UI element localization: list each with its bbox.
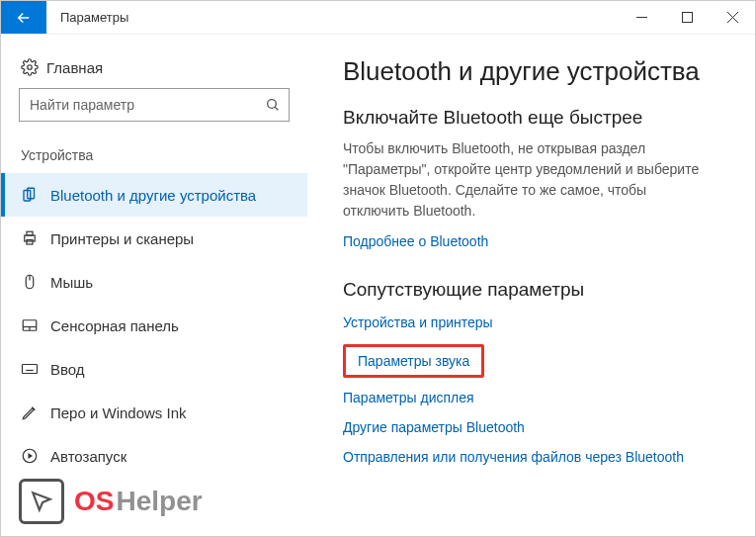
minimize-button[interactable] <box>619 1 664 35</box>
minimize-icon <box>636 12 647 23</box>
maximize-button[interactable] <box>664 1 710 35</box>
related-link-devices-printers[interactable]: Устройства и принтеры <box>343 314 493 330</box>
bluetooth-icon <box>21 186 50 204</box>
gear-icon <box>21 58 46 76</box>
sidebar-section-label: Устройства <box>1 147 307 173</box>
highlight-box: Параметры звука <box>343 344 484 378</box>
section-body: Чтобы включить Bluetooth, не открывая ра… <box>343 138 709 222</box>
sidebar-item-label: Перо и Windows Ink <box>50 404 187 421</box>
window-controls <box>619 1 755 34</box>
sidebar-item-autoplay[interactable]: Автозапуск <box>1 434 307 478</box>
sidebar-item-mouse[interactable]: Мышь <box>1 260 307 304</box>
maximize-icon <box>682 12 693 23</box>
section-subheading: Включайте Bluetooth еще быстрее <box>343 107 735 129</box>
pen-icon <box>21 403 50 421</box>
svg-line-6 <box>275 107 278 110</box>
related-link-more-bluetooth[interactable]: Другие параметры Bluetooth <box>343 419 525 435</box>
sidebar-item-printers[interactable]: Принтеры и сканеры <box>1 217 307 260</box>
home-nav[interactable]: Главная <box>1 52 307 88</box>
sidebar: Главная Устройства Bluetooth и другие ус… <box>1 35 307 536</box>
related-link-send-receive[interactable]: Отправления или получения файлов через B… <box>343 449 684 465</box>
svg-point-5 <box>268 100 277 109</box>
close-button[interactable] <box>710 1 755 35</box>
sidebar-item-label: Автозапуск <box>50 448 126 465</box>
page-heading: Bluetooth и другие устройства <box>343 56 735 87</box>
related-link-sound[interactable]: Параметры звука <box>358 353 469 369</box>
svg-rect-17 <box>23 365 38 374</box>
sidebar-item-bluetooth[interactable]: Bluetooth и другие устройства <box>1 173 307 217</box>
titlebar: Параметры <box>1 1 755 35</box>
printer-icon <box>21 229 50 247</box>
content: Главная Устройства Bluetooth и другие ус… <box>1 35 755 536</box>
svg-rect-9 <box>25 235 36 241</box>
home-label: Главная <box>46 59 103 76</box>
search-input[interactable] <box>30 97 255 113</box>
search-box[interactable] <box>19 88 290 122</box>
search-wrap <box>1 88 307 122</box>
svg-marker-24 <box>29 453 34 459</box>
related-heading: Сопутствующие параметры <box>343 279 735 301</box>
close-icon <box>727 12 738 23</box>
search-icon <box>265 97 281 113</box>
svg-rect-10 <box>27 231 33 235</box>
sidebar-item-label: Принтеры и сканеры <box>50 230 194 247</box>
learn-more-link[interactable]: Подробнее о Bluetooth <box>343 233 488 249</box>
keyboard-icon <box>21 360 50 378</box>
back-button[interactable] <box>1 1 46 34</box>
window-title: Параметры <box>46 1 619 34</box>
sidebar-item-label: Сенсорная панель <box>50 317 179 334</box>
touchpad-icon <box>21 316 50 334</box>
sidebar-item-label: Ввод <box>50 361 85 378</box>
sidebar-item-label: Мышь <box>50 274 93 291</box>
related-link-display[interactable]: Параметры дисплея <box>343 390 474 405</box>
svg-rect-11 <box>27 240 33 245</box>
autoplay-icon <box>21 447 50 465</box>
sidebar-item-typing[interactable]: Ввод <box>1 347 307 391</box>
mouse-icon <box>21 273 50 291</box>
sidebar-item-label: Bluetooth и другие устройства <box>50 187 256 204</box>
svg-point-4 <box>28 65 33 70</box>
sidebar-nav: Bluetooth и другие устройства Принтеры и… <box>1 173 307 478</box>
sidebar-item-pen[interactable]: Перо и Windows Ink <box>1 391 307 434</box>
sidebar-item-touchpad[interactable]: Сенсорная панель <box>1 304 307 347</box>
arrow-left-icon <box>15 9 33 27</box>
svg-rect-1 <box>682 13 692 23</box>
main-panel: Bluetooth и другие устройства Включайте … <box>307 35 755 536</box>
